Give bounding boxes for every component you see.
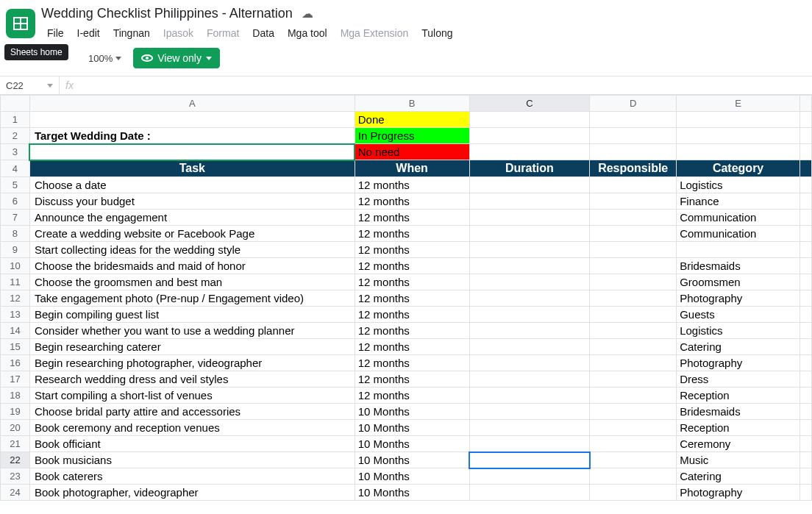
cell-when[interactable]: 12 months: [355, 355, 469, 371]
cell-category[interactable]: Communication: [677, 210, 800, 226]
row-header[interactable]: 10: [1, 258, 30, 274]
cell[interactable]: [800, 210, 812, 226]
cell-responsible[interactable]: [590, 274, 677, 290]
menu-insert[interactable]: Ipasok: [157, 24, 199, 42]
cell-when[interactable]: 12 months: [355, 371, 469, 388]
cell-category[interactable]: Catering: [677, 468, 800, 485]
header-responsible[interactable]: Responsible: [590, 160, 677, 177]
cell-duration[interactable]: [469, 355, 590, 371]
row-header[interactable]: 7: [1, 210, 30, 226]
cell-responsible[interactable]: [590, 339, 677, 355]
cell-category[interactable]: Reception: [677, 388, 800, 404]
formula-bar[interactable]: fx: [59, 76, 812, 94]
cell-when[interactable]: 10 Months: [355, 404, 469, 420]
cell-when[interactable]: 12 months: [355, 210, 469, 226]
cell[interactable]: [800, 112, 812, 128]
cell-when[interactable]: 10 Months: [355, 436, 469, 452]
header-duration[interactable]: Duration: [469, 160, 590, 177]
cell-responsible[interactable]: [590, 258, 677, 274]
row-header[interactable]: 15: [1, 339, 30, 355]
cell-category[interactable]: [677, 242, 800, 258]
cell[interactable]: [469, 112, 590, 128]
cell-when[interactable]: 12 months: [355, 226, 469, 242]
cell-duration[interactable]: [469, 388, 590, 404]
menu-tools[interactable]: Mga tool: [282, 24, 333, 42]
cell[interactable]: [677, 144, 800, 160]
row-header[interactable]: 19: [1, 404, 30, 420]
cell-task[interactable]: Book photographer, videographer: [29, 485, 355, 501]
cell[interactable]: [800, 420, 812, 436]
menu-edit[interactable]: I-edit: [71, 24, 106, 42]
cell[interactable]: [800, 436, 812, 452]
cell-duration[interactable]: [469, 242, 590, 258]
cell-task[interactable]: Book ceremony and reception venues: [29, 420, 355, 436]
header-when[interactable]: When: [355, 160, 469, 177]
cell-duration[interactable]: [469, 371, 590, 388]
cell-category[interactable]: Logistics: [677, 177, 800, 193]
cell-when[interactable]: 12 months: [355, 193, 469, 210]
cell-task[interactable]: Choose the groomsmen and best man: [29, 274, 355, 290]
cell-duration[interactable]: [469, 485, 590, 501]
cell-category[interactable]: Catering: [677, 339, 800, 355]
cell[interactable]: [800, 371, 812, 388]
cell-responsible[interactable]: [590, 485, 677, 501]
row-header[interactable]: 13: [1, 307, 30, 323]
column-header[interactable]: D: [590, 96, 677, 112]
row-header[interactable]: 16: [1, 355, 30, 371]
row-header[interactable]: 5: [1, 177, 30, 193]
cell-responsible[interactable]: [590, 420, 677, 436]
cell[interactable]: [800, 388, 812, 404]
name-box[interactable]: C22: [0, 77, 59, 94]
row-header[interactable]: 21: [1, 436, 30, 452]
cell-responsible[interactable]: [590, 355, 677, 371]
header-category[interactable]: Category: [677, 160, 800, 177]
menu-format[interactable]: Format: [201, 24, 245, 42]
cell-target-date-value[interactable]: [29, 144, 355, 160]
cell-task[interactable]: Choose bridal party attire and accessori…: [29, 404, 355, 420]
cell-category[interactable]: Bridesmaids: [677, 258, 800, 274]
cell[interactable]: [800, 323, 812, 339]
column-header[interactable]: A: [29, 96, 355, 112]
cell-duration[interactable]: [469, 452, 590, 468]
row-header[interactable]: 6: [1, 193, 30, 210]
cell[interactable]: [800, 485, 812, 501]
cell-duration[interactable]: [469, 226, 590, 242]
cell-category[interactable]: Photography: [677, 485, 800, 501]
document-title[interactable]: Wedding Checklist Philippines - Alternat…: [41, 6, 293, 21]
cell-duration[interactable]: [469, 258, 590, 274]
cell[interactable]: [800, 144, 812, 160]
cell[interactable]: [29, 112, 355, 128]
cell-duration[interactable]: [469, 274, 590, 290]
cell-when[interactable]: 12 months: [355, 307, 469, 323]
cell-duration[interactable]: [469, 468, 590, 485]
menu-view[interactable]: Tingnan: [107, 24, 156, 42]
zoom-dropdown[interactable]: 100%: [84, 50, 126, 67]
cell-status-done[interactable]: Done: [355, 112, 469, 128]
cell[interactable]: [800, 128, 812, 144]
cell-when[interactable]: 12 months: [355, 177, 469, 193]
cell-target-date-label[interactable]: Target Wedding Date :: [29, 128, 355, 144]
cell-responsible[interactable]: [590, 388, 677, 404]
header-task[interactable]: Task: [29, 160, 355, 177]
select-all-corner[interactable]: [1, 96, 30, 112]
cell-category[interactable]: Logistics: [677, 323, 800, 339]
cell-when[interactable]: 10 Months: [355, 420, 469, 436]
row-header[interactable]: 20: [1, 420, 30, 436]
cell-responsible[interactable]: [590, 371, 677, 388]
row-header[interactable]: 12: [1, 290, 30, 307]
formula-input[interactable]: [79, 80, 806, 91]
cell-when[interactable]: 12 months: [355, 290, 469, 307]
cloud-icon[interactable]: ☁: [302, 7, 313, 21]
cell-responsible[interactable]: [590, 468, 677, 485]
cell-when[interactable]: 12 months: [355, 339, 469, 355]
cell-duration[interactable]: [469, 420, 590, 436]
view-only-button[interactable]: View only: [133, 48, 220, 68]
cell-task[interactable]: Choose a date: [29, 177, 355, 193]
row-header[interactable]: 1: [1, 112, 30, 128]
cell-category[interactable]: Finance: [677, 193, 800, 210]
cell-task[interactable]: Begin compiling guest list: [29, 307, 355, 323]
spreadsheet-grid[interactable]: A B C D E 1 Done 2 Target Wedding Date :…: [0, 95, 812, 501]
cell[interactable]: [800, 177, 812, 193]
sheets-logo[interactable]: [6, 9, 35, 38]
cell-responsible[interactable]: [590, 307, 677, 323]
